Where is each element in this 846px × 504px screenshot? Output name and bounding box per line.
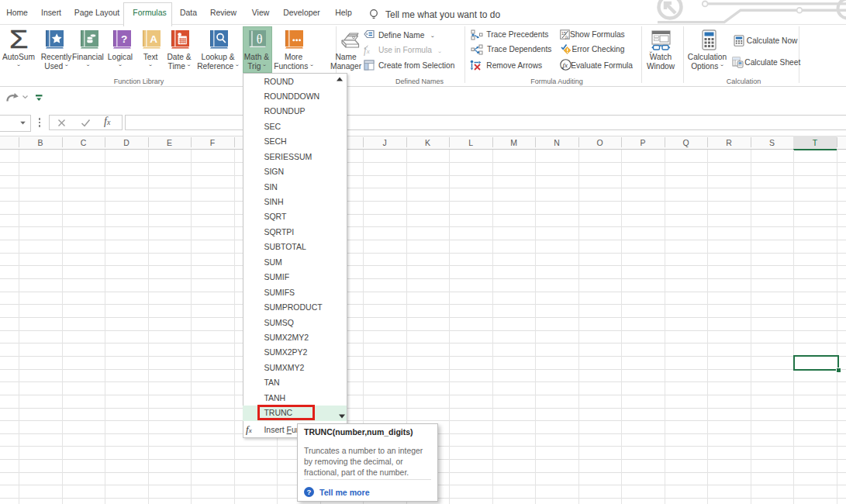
- svg-text:θ: θ: [256, 33, 262, 46]
- svg-text:fx: fx: [562, 61, 568, 69]
- svg-text:?: ?: [307, 488, 312, 496]
- svg-text:A: A: [150, 33, 157, 44]
- svg-text:fx: fx: [565, 34, 569, 39]
- svg-text:?: ?: [121, 33, 127, 44]
